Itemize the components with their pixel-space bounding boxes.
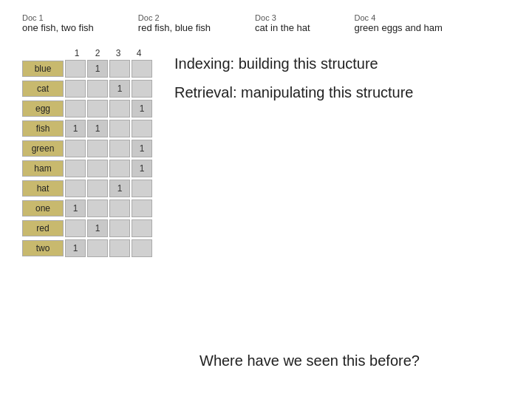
table-row: blue1	[22, 60, 152, 78]
doc-cell-ham-4: 1	[132, 160, 152, 177]
doc1-text: one fish, two fish	[22, 22, 94, 33]
doc2-text: red fish, blue fish	[138, 22, 211, 33]
doc-cell-ham-2	[87, 160, 108, 177]
doc-cell-red-2: 1	[87, 219, 108, 237]
doc-cell-blue-3	[109, 60, 130, 78]
doc-cell-fish-1: 1	[65, 120, 86, 137]
term-cell: blue	[22, 61, 64, 77]
doc-cell-cat-4	[132, 80, 152, 98]
doc4-label: Doc 4 green eggs and ham	[355, 13, 443, 33]
table-row: red1	[22, 219, 152, 237]
table-row: one1	[22, 200, 152, 217]
term-cell: green	[22, 140, 64, 157]
doc2-label: Doc 2 red fish, blue fish	[138, 13, 211, 33]
doc-cell-fish-4	[132, 120, 152, 137]
index-table: 1 2 3 4 blue1cat1egg1fish11green1ham1hat…	[22, 48, 152, 259]
doc4-title: Doc 4	[355, 13, 443, 22]
doc-cell-two-3	[109, 239, 130, 257]
doc-cell-hat-3: 1	[109, 180, 130, 197]
bottom-text: Where have we seen this before?	[200, 352, 420, 369]
doc3-title: Doc 3	[255, 13, 310, 22]
col-header-2: 2	[87, 48, 108, 58]
doc-cell-hat-1	[65, 180, 86, 197]
col-header-1: 1	[66, 48, 87, 58]
col-header-4: 4	[129, 48, 149, 58]
doc-cell-one-3	[109, 200, 130, 217]
table-row: green1	[22, 140, 152, 157]
doc1-label: Doc 1 one fish, two fish	[22, 13, 94, 33]
doc-cell-egg-3	[109, 100, 130, 117]
doc-cell-red-3	[109, 219, 130, 237]
indexing-heading: Indexing: building this structure	[174, 55, 413, 72]
term-cell: egg	[22, 100, 64, 117]
doc-cell-ham-1	[65, 160, 86, 177]
col-headers-row: 1 2 3 4	[66, 48, 152, 58]
doc-cell-fish-2: 1	[87, 120, 108, 137]
doc-cell-two-2	[87, 239, 108, 257]
doc-cell-one-1: 1	[65, 200, 86, 217]
table-row: two1	[22, 239, 152, 257]
table-row: ham1	[22, 160, 152, 177]
doc-cell-cat-2	[87, 80, 108, 98]
term-cell: ham	[22, 160, 64, 177]
right-panel: Indexing: building this structure Retrie…	[174, 48, 413, 259]
doc-cell-cat-1	[65, 80, 86, 98]
doc-cell-green-4: 1	[132, 140, 152, 157]
doc-cell-one-4	[132, 200, 152, 217]
term-cell: cat	[22, 81, 64, 97]
table-row: egg1	[22, 100, 152, 117]
col-header-3: 3	[108, 48, 129, 58]
doc-cell-red-4	[132, 219, 152, 237]
doc-cell-green-1	[65, 140, 86, 157]
doc-cell-cat-3: 1	[109, 80, 130, 98]
term-cell: hat	[22, 180, 64, 197]
doc2-title: Doc 2	[138, 13, 211, 22]
doc-cell-green-3	[109, 140, 130, 157]
term-cell: red	[22, 220, 64, 236]
doc-cell-fish-3	[109, 120, 130, 137]
header: Doc 1 one fish, two fish Doc 2 red fish,…	[0, 0, 532, 41]
doc-cell-egg-1	[65, 100, 86, 117]
doc-cell-hat-2	[87, 180, 108, 197]
doc-cell-one-2	[87, 200, 108, 217]
retrieval-heading: Retrieval: manipulating this structure	[174, 84, 413, 101]
term-cell: fish	[22, 120, 64, 137]
doc4-text: green eggs and ham	[355, 22, 443, 33]
doc-cell-hat-4	[132, 180, 152, 197]
doc-cell-egg-4: 1	[132, 100, 152, 117]
term-cell: one	[22, 200, 64, 216]
doc3-label: Doc 3 cat in the hat	[255, 13, 310, 33]
doc-cell-ham-3	[109, 160, 130, 177]
doc-cell-egg-2	[87, 100, 108, 117]
doc-cell-two-4	[132, 239, 152, 257]
table-row: fish11	[22, 120, 152, 137]
doc1-title: Doc 1	[22, 13, 94, 22]
doc-cell-green-2	[87, 140, 108, 157]
table-row: cat1	[22, 80, 152, 98]
table-row: hat1	[22, 180, 152, 197]
doc3-text: cat in the hat	[255, 22, 310, 33]
doc-cell-blue-1	[65, 60, 86, 78]
doc-cell-blue-2: 1	[87, 60, 108, 78]
term-cell: two	[22, 240, 64, 256]
doc-cell-red-1	[65, 219, 86, 237]
doc-cell-two-1: 1	[65, 239, 86, 257]
doc-cell-blue-4	[132, 60, 152, 78]
